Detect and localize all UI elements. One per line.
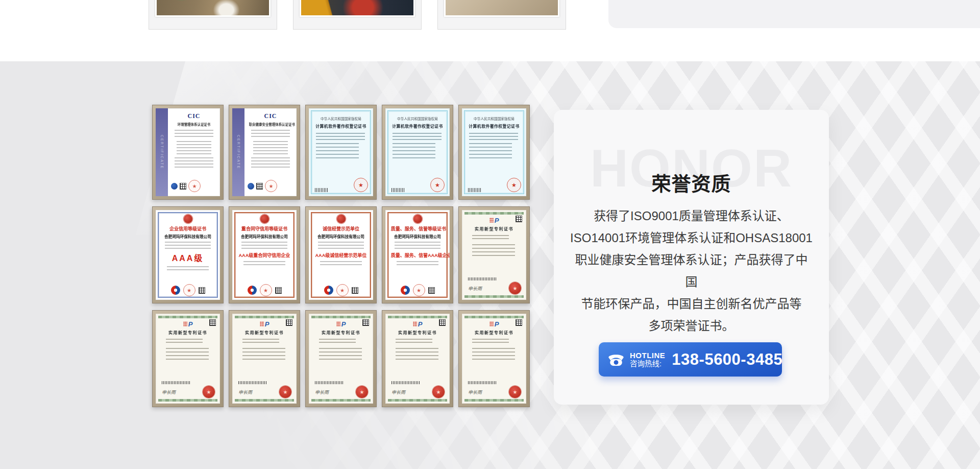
text-lines [242, 339, 279, 345]
certificate-title: 计算机软件著作权登记证书 [311, 123, 371, 128]
text-lines [472, 348, 515, 361]
certificate-title: 质量、服务、信誉等级证书 [391, 225, 445, 231]
phone-icon [607, 351, 625, 367]
certificate-paper: 重合同守信用等级证书 合肥珂玛环保科技有限公司 AAA级重合同守信用企业 ★ [232, 210, 297, 300]
certificate-contract-credit[interactable]: 重合同守信用等级证书 合肥珂玛环保科技有限公司 AAA级重合同守信用企业 ★ [229, 206, 300, 303]
cic-logo: CIC [247, 112, 294, 120]
cic-logo: CIC [170, 112, 217, 120]
certificate-integrity-model[interactable]: 诚信经营示范单位 合肥珂玛环保科技有限公司 AAA级诚信经营示范单位 ★ [305, 206, 377, 303]
red-seal-icon: ★ [509, 386, 521, 398]
cnipa-logo-icon: P [466, 320, 522, 327]
red-seal-icon: ★ [356, 386, 368, 398]
text-lines [319, 339, 356, 345]
certificate-quality-service[interactable]: 质量、服务、信誉等级证书 合肥珂玛环保科技有限公司 质量、服务、信誉AAA级企业… [382, 206, 453, 303]
certificate-paper: P 实用新型专利证书 申长雨 ★ [309, 314, 373, 404]
text-lines [393, 133, 442, 140]
signature: 申长雨 [468, 285, 482, 292]
honor-description: 获得了ISO9001质量管理体系认证、 ISO14001环境管理体系认证和OHS… [569, 205, 814, 337]
certificate-paper: P 实用新型专利证书 申长雨 ★ [462, 210, 526, 300]
company-name: 合肥珂玛环保科技有限公司 [316, 233, 366, 239]
project-photo-card[interactable] [149, 0, 277, 30]
certificate-software-copyright[interactable]: 中华人民共和国国家版权局 计算机软件著作权登记证书 ★ [382, 105, 453, 200]
red-seal-icon: ★ [432, 386, 445, 398]
certificate-software-copyright[interactable]: 中华人民共和国国家版权局 计算机软件著作权登记证书 ★ [458, 105, 530, 200]
description-line: 获得了ISO9001质量管理体系认证、 [569, 205, 814, 227]
cic-badge-icon [248, 183, 254, 190]
description-line: 多项荣誉证书。 [569, 315, 814, 337]
text-lines [396, 348, 438, 361]
honor-card: HONOR 荣誉资质 获得了ISO9001质量管理体系认证、 ISO14001环… [554, 110, 829, 405]
certificate-cic-environment[interactable]: CERTIFICATE CIC 环境管理体系认证证书 ★ [152, 105, 224, 200]
grade-label: AAA级诚信经营示范单位 [314, 251, 368, 258]
text-lines [177, 141, 211, 154]
certificate-utility-patent[interactable]: P 实用新型专利证书 申长雨 ★ [458, 310, 530, 407]
certificate-title: 实用新型专利证书 [391, 329, 445, 335]
qr-code-icon [199, 287, 205, 294]
certificate-enterprise-credit[interactable]: 企业信用等级证书 合肥珂玛环保科技有限公司 AAA级 ★ [152, 206, 224, 303]
barcode-icon [468, 277, 497, 280]
cnipa-logo-icon: P [389, 320, 446, 327]
qr-code-icon [275, 287, 282, 294]
certificate-paper: P 实用新型专利证书 申长雨 ★ [462, 314, 526, 404]
red-seal-icon: ★ [183, 284, 195, 296]
cnipa-logo-icon: P [160, 320, 216, 327]
text-lines [318, 242, 364, 249]
project-photo-card[interactable] [293, 0, 422, 30]
text-lines [316, 133, 365, 140]
text-lines [251, 157, 290, 169]
certificate-paper: 中华人民共和国国家版权局 计算机软件著作权登记证书 ★ [462, 108, 526, 196]
text-lines [472, 244, 515, 257]
qr-code-icon [180, 183, 186, 190]
red-emblem-icon [184, 215, 192, 223]
certificate-utility-patent[interactable]: P 实用新型专利证书 申长雨 ★ [382, 310, 453, 407]
text-lines [166, 348, 209, 361]
text-lines [165, 242, 211, 249]
certificate-title: 企业信用等级证书 [161, 225, 215, 231]
text-lines [396, 339, 432, 345]
red-seal-icon: ★ [413, 284, 425, 296]
red-seal-icon: ★ [354, 178, 368, 192]
certificate-utility-patent[interactable]: P 实用新型专利证书 申长雨 ★ [152, 310, 224, 407]
text-lines [472, 235, 509, 241]
signature: 申长雨 [315, 389, 329, 395]
certificate-software-copyright[interactable]: 中华人民共和国国家版权局 计算机软件著作权登记证书 ★ [305, 105, 377, 200]
excavation-site-photo [155, 0, 271, 17]
certificate-grid: CERTIFICATE CIC 环境管理体系认证证书 ★ CERTIFICATE… [152, 105, 530, 407]
round-seal-icon [248, 286, 257, 295]
red-seal-icon: ★ [336, 284, 349, 296]
cnipa-logo-icon: P [236, 320, 292, 327]
red-seal-icon: ★ [260, 284, 272, 296]
certificate-cic-ohs[interactable]: CERTIFICATE CIC 职业健康安全管理体系认证证书 ★ [229, 105, 300, 200]
certificate-paper: P 实用新型专利证书 申长雨 ★ [156, 314, 220, 404]
cic-badge-icon [171, 183, 178, 190]
certificate-utility-patent[interactable]: P 实用新型专利证书 申长雨 ★ [458, 206, 530, 303]
red-seal-icon: ★ [265, 180, 277, 192]
company-name: 合肥珂玛环保科技有限公司 [163, 233, 213, 239]
certificate-utility-patent[interactable]: P 实用新型专利证书 申长雨 ★ [305, 310, 377, 407]
certificate-title: 实用新型专利证书 [238, 329, 291, 335]
certificate-title: 实用新型专利证书 [468, 329, 521, 335]
text-lines [469, 133, 518, 140]
red-seal-icon: ★ [203, 386, 215, 398]
text-lines [393, 143, 435, 160]
text-lines [175, 130, 213, 138]
round-seal-icon [401, 286, 410, 295]
signature: 申长雨 [238, 389, 252, 395]
qr-code-icon [428, 287, 435, 294]
certificate-paper: CERTIFICATE CIC 职业健康安全管理体系认证证书 ★ [232, 108, 297, 196]
hotline-button[interactable]: HOTLINE 咨询热线: 138-5600-3485 [599, 342, 782, 377]
description-line: 职业健康安全管理体系认证；产品获得了中国 [569, 249, 814, 293]
certificate-paper: P 实用新型专利证书 申长雨 ★ [385, 314, 450, 404]
barcode-icon [315, 381, 344, 384]
text-lines [175, 157, 213, 169]
project-photo-card[interactable] [437, 0, 566, 30]
red-seal-icon: ★ [279, 386, 291, 398]
certificate-paper: 企业信用等级证书 合肥珂玛环保科技有限公司 AAA级 ★ [156, 210, 220, 300]
cnipa-logo-icon: P [313, 320, 369, 327]
certificate-side-band: CERTIFICATE [232, 108, 244, 196]
barcode-icon [238, 381, 267, 384]
certificate-utility-patent[interactable]: P 实用新型专利证书 申长雨 ★ [229, 310, 300, 407]
section-title: 荣誉资质 [554, 168, 829, 196]
text-lines [166, 339, 203, 345]
company-name: 合肥珂玛环保科技有限公司 [393, 233, 443, 239]
